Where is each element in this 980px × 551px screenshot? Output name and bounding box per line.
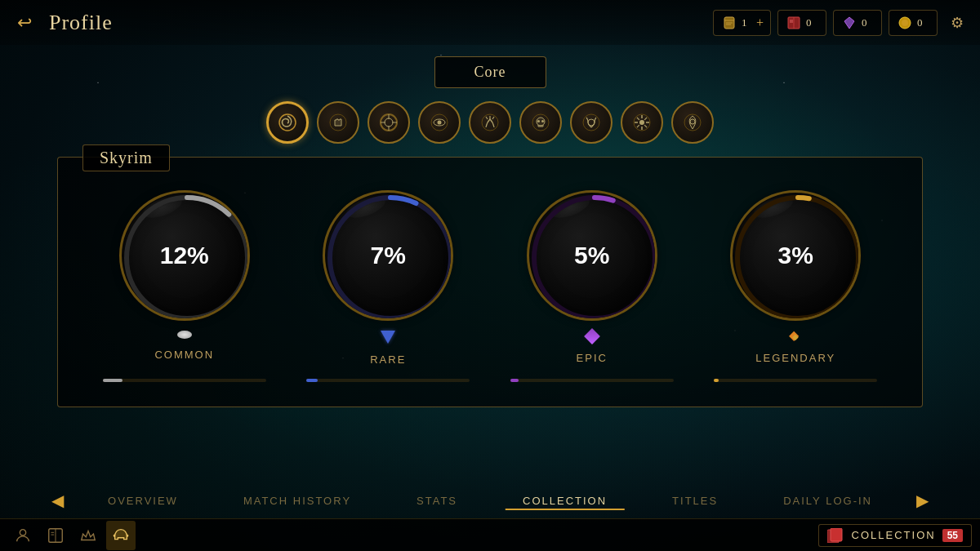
set-icon-2[interactable] (317, 101, 359, 144)
crown-icon[interactable] (74, 521, 103, 550)
set-icon-8[interactable] (621, 101, 663, 144)
epic-gem (584, 328, 600, 344)
epic-percent: 5% (574, 242, 609, 269)
progress-bars (82, 379, 898, 382)
svg-point-21 (438, 121, 442, 125)
collection-nav-label: COLLECTION (852, 529, 936, 541)
svg-point-28 (537, 120, 540, 122)
rare-progress-track (306, 379, 470, 382)
set-icon-5[interactable] (469, 101, 511, 144)
rarity-legendary: 3% LEGENDARY (706, 190, 885, 364)
svg-marker-8 (844, 17, 854, 29)
core-button[interactable]: Core (434, 56, 546, 88)
svg-point-14 (385, 118, 393, 127)
common-gem (177, 331, 192, 339)
common-orb: 12% (119, 190, 250, 321)
nav-daily-login[interactable]: DAILY LOG-IN (751, 495, 905, 507)
bottom-nav: ◀ OVERVIEW MATCH HISTORY STATS COLLECTIO… (0, 482, 980, 518)
legendary-orb-bg: 3% (730, 190, 861, 321)
book-icon (785, 14, 803, 32)
epic-progress-track (510, 379, 674, 382)
scroll-plus[interactable]: + (756, 16, 764, 30)
nav-overview[interactable]: OVERVIEW (75, 495, 211, 507)
svg-point-29 (541, 120, 544, 122)
svg-point-35 (639, 120, 644, 125)
helmet-icon[interactable] (106, 521, 136, 550)
coin-count: 0 (917, 16, 927, 29)
book-resource: 0 (777, 10, 826, 36)
rare-progress-fill (306, 379, 318, 382)
svg-point-32 (583, 114, 599, 131)
rare-gem (381, 331, 395, 344)
svg-line-42 (644, 118, 647, 120)
svg-point-54 (20, 529, 25, 535)
epic-progress-fill (510, 379, 519, 382)
main-content: Core (0, 45, 980, 469)
svg-point-10 (902, 20, 908, 26)
legendary-progress-track (714, 379, 877, 382)
legendary-progress-fill (714, 379, 719, 382)
common-progress-track (103, 379, 266, 382)
svg-line-43 (637, 125, 639, 127)
svg-line-25 (492, 117, 494, 119)
svg-rect-60 (831, 528, 842, 541)
set-icon-1[interactable] (266, 101, 309, 144)
nav-titles[interactable]: TITLES (639, 495, 751, 507)
gem-icon (840, 14, 858, 32)
legendary-label: LEGENDARY (755, 352, 835, 364)
legendary-percent: 3% (778, 242, 813, 269)
epic-orb-bg: 5% (527, 190, 657, 321)
coin-icon (896, 14, 914, 32)
nav-stats[interactable]: STATS (384, 495, 490, 507)
legendary-orb: 3% (730, 190, 861, 321)
page-title: Profile (49, 11, 113, 35)
set-icon-3[interactable] (368, 101, 410, 144)
rarity-grid: 12% COMMON 7% RA (82, 190, 898, 366)
panel-title: Skyrim (82, 144, 170, 171)
rare-orb: 7% (323, 190, 453, 321)
svg-line-41 (644, 125, 647, 127)
svg-line-23 (486, 117, 488, 119)
settings-button[interactable]: ⚙ (944, 10, 970, 36)
set-icons-row (266, 101, 714, 144)
back-button[interactable]: ↩ (10, 8, 39, 38)
rare-percent: 7% (371, 242, 406, 269)
common-orb-bg: 12% (119, 190, 250, 321)
rare-orb-bg: 7% (323, 190, 453, 321)
resource-area: 1 + 0 0 (713, 10, 970, 36)
epic-orb: 5% (527, 190, 657, 321)
scroll-resource: 1 + (713, 10, 771, 36)
bottom-toolbar: COLLECTION 55 (0, 518, 980, 551)
set-icon-7[interactable] (570, 101, 612, 144)
scroll-count: 1 (742, 16, 751, 29)
nav-match-history[interactable]: MATCH HISTORY (211, 495, 384, 507)
scroll-icon (720, 14, 738, 32)
collection-panel: Skyrim 12% COMMON (57, 157, 923, 407)
set-icon-4[interactable] (418, 101, 461, 144)
gem-resource: 0 (833, 10, 882, 36)
rare-label: RARE (370, 353, 406, 366)
book-toolbar-icon[interactable] (41, 521, 70, 550)
collection-count-badge: 55 (942, 529, 963, 542)
nav-collection[interactable]: COLLECTION (490, 495, 639, 507)
rarity-epic: 5% EPIC (502, 190, 682, 364)
common-percent: 12% (160, 242, 209, 269)
legendary-gem (790, 331, 801, 342)
profile-icon[interactable] (8, 521, 38, 550)
top-bar: ↩ Profile 1 + (0, 0, 980, 45)
nav-prev-arrow[interactable]: ◀ (39, 482, 75, 518)
common-label: COMMON (154, 349, 214, 361)
epic-label: EPIC (577, 352, 608, 364)
collection-button[interactable]: COLLECTION 55 (818, 524, 972, 547)
rarity-common: 12% COMMON (95, 190, 274, 361)
gem-count: 0 (862, 16, 871, 29)
set-icon-9[interactable] (671, 101, 714, 144)
nav-next-arrow[interactable]: ▶ (905, 482, 941, 518)
svg-line-40 (637, 118, 639, 120)
common-progress-fill (103, 379, 122, 382)
book-count: 0 (806, 16, 816, 29)
rarity-rare: 7% RARE (298, 190, 478, 366)
coin-resource: 0 (889, 10, 938, 36)
set-icon-6[interactable] (519, 101, 562, 144)
